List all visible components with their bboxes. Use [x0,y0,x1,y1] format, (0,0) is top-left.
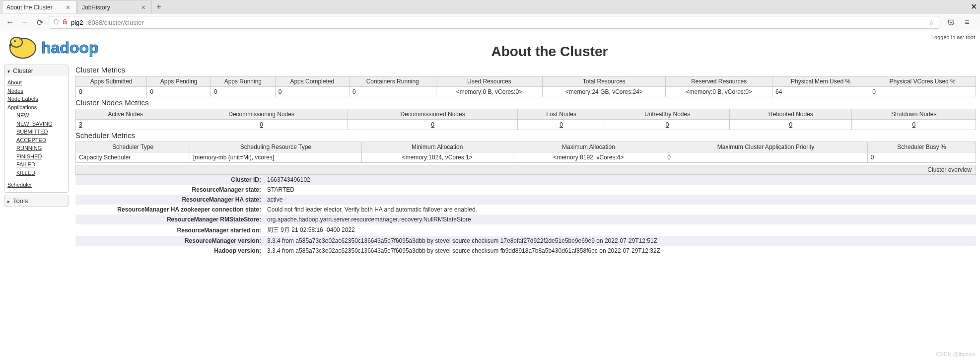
table-row: Hadoop version:3.3.4 from a585a73c3e02ac… [75,246,976,256]
shield-icon [53,18,59,27]
tab-about-cluster[interactable]: About the Cluster × [2,0,76,13]
value-cluster-id: 1663743496102 [264,175,976,185]
sidebar-link-about[interactable]: About [7,78,65,87]
th-decommissioned: Decommissioned Nodes [348,109,518,120]
sidebar-app-states: NEW NEW_SAVING SUBMITTED ACCEPTED RUNNIN… [7,111,65,177]
window-close-icon[interactable]: ✕ [971,2,977,11]
label-cluster-id: Cluster ID: [75,175,264,185]
td-apps-completed: 0 [275,87,349,97]
table-row: Capacity Scheduler [memory-mb (unit=Mi),… [76,152,976,163]
tab-jobhistory[interactable]: JobHistory × [77,0,152,13]
table-row: 3 0 0 0 0 0 0 [76,120,976,130]
table-scheduler-metrics: Scheduler Type Scheduling Resource Type … [75,142,976,163]
back-button[interactable]: ← [4,16,16,28]
td-min-alloc: <memory:1024, vCores:1> [361,152,513,163]
th-rebooted: Rebooted Nodes [730,109,852,120]
sidebar-link-accepted[interactable]: ACCEPTED [16,136,65,144]
th-max-priority: Maximum Cluster Application Priority [664,142,867,152]
td-active: 3 [76,120,175,130]
sidebar-link-submitted[interactable]: SUBMITTED [16,128,65,136]
table-row: 0 0 0 0 0 <memory:0 B, vCores:0> <memory… [76,87,976,97]
th-phys-mem: Physical Mem Used % [772,76,869,87]
sidebar-link-failed[interactable]: FAILED [16,160,65,169]
link-lost-nodes[interactable]: 0 [560,121,563,128]
pocket-icon[interactable] [945,16,957,28]
th-max-alloc: Maximum Allocation [513,142,664,152]
th-apps-completed: Apps Completed [275,76,349,87]
th-used-resources: Used Resources [436,76,543,87]
table-row: ResourceManager state:STARTED [75,185,976,195]
bookmark-star-icon[interactable]: ☆ [929,19,935,26]
label-rm-started: ResourceManager started on: [75,224,264,236]
sidebar-link-scheduler[interactable]: Scheduler [7,181,65,189]
toolbar-right: ≡ [942,16,976,28]
sidebar-link-running[interactable]: RUNNING [16,144,65,152]
label-rm-state: ResourceManager state: [75,185,264,195]
hadoop-logo[interactable]: hadoop [4,33,123,65]
td-reserved-resources: <memory:0 B, vCores:0> [666,87,772,97]
sidebar-header-tools[interactable]: Tools [4,195,68,207]
page-header: hadoop About the Cluster [4,33,976,65]
th-type: Scheduler Type [76,142,190,152]
chevron-right-icon [7,197,11,205]
reload-button[interactable]: ⟳ [34,16,46,28]
sidebar-link-killed[interactable]: KILLED [16,169,65,177]
main-content: Cluster Metrics Apps Submitted Apps Pend… [75,65,976,256]
sidebar-link-nodes[interactable]: Nodes [7,87,65,95]
value-rm-version: 3.3.4 from a585a73c3e02ac62350c136643a5e… [264,236,976,246]
th-shutdown: Shutdown Nodes [852,109,976,120]
link-decommissioning-nodes[interactable]: 0 [260,121,263,128]
page-title: About the Cluster [123,44,976,60]
label-rm-store: ResourceManager RMStateStore: [75,215,264,224]
sidebar-link-node-labels[interactable]: Node Labels [7,95,65,103]
th-busy: Scheduler Busy % [867,142,976,152]
url-bar[interactable]: pig2:8088/cluster/cluster ☆ [49,16,939,29]
th-unhealthy: Unhealthy Nodes [605,109,730,120]
value-rm-store: org.apache.hadoop.yarn.server.resourcema… [264,215,976,224]
sidebar-link-finished[interactable]: FINISHED [16,152,65,161]
menu-icon[interactable]: ≡ [961,16,973,28]
sidebar-link-new-saving[interactable]: NEW_SAVING [16,120,65,128]
link-decommissioned-nodes[interactable]: 0 [431,121,434,128]
sidebar-link-applications[interactable]: Applications [7,103,65,112]
url-path: :8088/cluster/cluster [86,19,144,26]
value-rm-started: 周三 9月 21 02:58:16 -0400 2022 [264,224,976,236]
th-min-alloc: Minimum Allocation [361,142,513,152]
table-row: ResourceManager HA zookeeper connection … [75,205,976,215]
th-total-resources: Total Resources [543,76,666,87]
value-rm-ha-zk: Could not find leader elector. Verify bo… [264,205,976,215]
link-rebooted-nodes[interactable]: 0 [789,121,792,128]
th-apps-submitted: Apps Submitted [76,76,147,87]
td-type: Capacity Scheduler [76,152,190,163]
section-title-cluster-metrics: Cluster Metrics [75,66,976,74]
link-active-nodes[interactable]: 3 [79,121,82,128]
forward-button[interactable]: → [19,16,31,28]
th-apps-running: Apps Running [211,76,276,87]
label-rm-ha-state: ResourceManager HA state: [75,195,264,205]
td-lost: 0 [518,120,605,130]
sidebar-header-cluster[interactable]: Cluster [4,65,68,76]
sidebar-link-new[interactable]: NEW [16,111,65,120]
lock-insecure-icon [62,18,68,27]
browser-chrome: About the Cluster × JobHistory × + ✕ ← →… [0,0,980,31]
label-rm-version: ResourceManager version: [75,236,264,246]
logged-in-label: Logged in as: root [931,34,975,40]
link-unhealthy-nodes[interactable]: 0 [666,121,669,128]
table-row: ResourceManager version:3.3.4 from a585a… [75,236,976,246]
svg-point-3 [14,40,16,42]
close-icon[interactable]: × [140,3,147,11]
url-host: pig2 [71,19,83,26]
td-unhealthy: 0 [605,120,730,130]
tab-title: JobHistory [82,4,110,11]
close-icon[interactable]: × [64,3,72,11]
new-tab-button[interactable]: + [153,1,165,13]
link-shutdown-nodes[interactable]: 0 [912,121,915,128]
nav-bar: ← → ⟳ pig2:8088/cluster/cluster ☆ ≡ [0,14,980,31]
td-resource-type: [memory-mb (unit=Mi), vcores] [190,152,362,163]
td-shutdown: 0 [852,120,976,130]
table-nodes-metrics: Active Nodes Decommissioning Nodes Decom… [75,109,976,130]
td-containers-running: 0 [349,87,436,97]
sidebar-body-cluster: About Nodes Node Labels Applications NEW… [4,76,68,192]
th-apps-pending: Apps Pending [147,76,211,87]
td-decommissioned: 0 [348,120,518,130]
